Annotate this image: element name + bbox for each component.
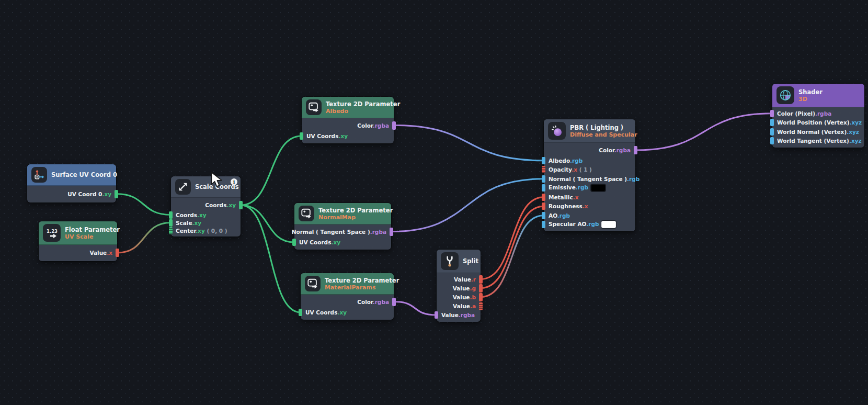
input-row: UV Coords.xy (294, 237, 391, 248)
wire[interactable] (394, 302, 437, 316)
input-port[interactable] (169, 227, 173, 234)
node-header[interactable]: Surface UV Coord 0 (27, 164, 116, 186)
port-label: Roughness.x (549, 203, 588, 209)
input-port[interactable] (542, 203, 545, 210)
wire-layer (0, 0, 868, 405)
output-port[interactable] (392, 121, 396, 130)
input-port[interactable] (542, 184, 545, 192)
node-title: Surface UV Coord 0 (51, 171, 112, 178)
port-label: Value.r (454, 276, 476, 283)
input-port[interactable] (770, 128, 774, 136)
input-port[interactable] (542, 194, 545, 201)
wire[interactable] (481, 216, 544, 297)
input-port[interactable] (770, 137, 774, 144)
node-surface-uv-coord-0[interactable]: Surface UV Coord 0 UV Coord 0.xy (27, 164, 116, 203)
input-port[interactable] (542, 166, 545, 173)
output-row: Color.rgba (302, 120, 394, 131)
input-port[interactable] (169, 211, 173, 219)
port-label: Specular AO.rgb (549, 221, 616, 228)
port-label: World Tangent (Vertex).xyz (777, 138, 862, 144)
node-float-parameter[interactable]: 1.23 Float Parameter UV Scale Value.x (39, 221, 117, 261)
input-row: Coords.xy (171, 211, 241, 219)
color-swatch[interactable] (591, 184, 606, 192)
output-port[interactable] (392, 298, 396, 306)
output-port[interactable] (390, 228, 393, 236)
wire[interactable] (241, 136, 302, 205)
output-port[interactable] (634, 146, 637, 154)
input-port[interactable] (542, 212, 545, 219)
input-row: World Normal (Vertex).xyz (772, 127, 864, 137)
output-port[interactable] (479, 275, 483, 284)
texture-image-icon (306, 99, 322, 115)
node-split[interactable]: Split Value.r Value.g Value.b Value.a (437, 250, 481, 322)
input-port[interactable] (300, 132, 303, 140)
wire[interactable] (118, 223, 171, 253)
input-port[interactable] (770, 110, 774, 117)
node-scale-coords[interactable]: Scale Coords i Coords.xy Coords.xy Scale… (171, 176, 241, 237)
node-shader-3d[interactable]: Shader 3D Color (Pixel).rgba World Posit… (772, 84, 864, 148)
mouse-cursor (210, 172, 225, 190)
node-subtitle: 3D (798, 96, 823, 103)
input-port[interactable] (292, 239, 296, 246)
port-label: Normal ( Tangent Space ).rgb (549, 176, 639, 182)
node-header[interactable]: PBR ( Lighting ) Diffuse and Specular (544, 119, 635, 143)
wire[interactable] (481, 206, 544, 288)
output-port[interactable] (116, 249, 119, 257)
input-port[interactable] (435, 311, 438, 319)
input-port[interactable] (770, 119, 774, 126)
node-subtitle: UV Scale (65, 233, 113, 240)
texture-image-icon (299, 206, 314, 221)
input-row: Value.rgba (437, 310, 481, 320)
input-row: Scale.xy (171, 219, 241, 227)
port-label: World Normal (Vertex).xyz (777, 129, 859, 135)
node-pbr-lighting[interactable]: PBR ( Lighting ) Diffuse and Specular Co… (544, 119, 635, 231)
wire[interactable] (481, 197, 544, 279)
output-port[interactable] (479, 284, 483, 292)
node-texture-materialparams[interactable]: Texture 2D Parameter MaterialParams Colo… (301, 273, 394, 320)
wire[interactable] (241, 205, 301, 312)
node-title: Texture 2D Parameter (326, 100, 390, 108)
input-port[interactable] (542, 157, 545, 164)
node-header[interactable]: 1.23 Float Parameter UV Scale (39, 221, 117, 245)
port-label: Value.x (89, 250, 112, 256)
node-texture-normalmap[interactable]: Texture 2D Parameter NormalMap Normal ( … (294, 203, 391, 250)
color-swatch[interactable] (601, 221, 616, 228)
output-port[interactable] (479, 293, 483, 301)
lit-sphere-icon (548, 122, 566, 140)
input-port[interactable] (169, 219, 173, 227)
icon-number-text: 1.23 (47, 229, 58, 234)
node-title: Float Parameter (65, 226, 113, 233)
node-header[interactable]: Texture 2D Parameter NormalMap (294, 203, 391, 224)
node-header[interactable]: Texture 2D Parameter Albedo (302, 97, 394, 118)
port-label: Color.rgba (357, 122, 389, 129)
node-graph-canvas[interactable]: Surface UV Coord 0 UV Coord 0.xy 1.23 Fl… (0, 0, 868, 405)
output-row: UV Coord 0.xy (27, 187, 116, 200)
output-port[interactable] (239, 201, 243, 209)
node-header[interactable]: Split (437, 250, 481, 273)
diagonal-scale-icon (175, 179, 191, 195)
wire[interactable] (392, 179, 544, 232)
output-port[interactable] (115, 190, 118, 198)
wire[interactable] (117, 194, 171, 215)
node-title: Shader (798, 88, 823, 96)
output-port[interactable] (479, 302, 483, 310)
texture-image-icon (305, 276, 321, 291)
wire[interactable] (394, 126, 544, 161)
output-row: Normal ( Tangent Space ).rgba (294, 226, 391, 237)
node-title: Texture 2D Parameter (325, 277, 390, 284)
wire[interactable] (241, 205, 294, 242)
input-port[interactable] (542, 221, 545, 228)
node-header[interactable]: Texture 2D Parameter MaterialParams (301, 273, 394, 295)
port-label: Value.rgba (441, 312, 475, 318)
node-texture-albedo[interactable]: Texture 2D Parameter Albedo Color.rgba U… (302, 97, 394, 143)
node-header[interactable]: Shader 3D (772, 84, 864, 107)
input-port[interactable] (542, 175, 545, 183)
wire[interactable] (636, 114, 772, 150)
input-port[interactable] (299, 309, 302, 316)
node-header[interactable]: Scale Coords i (171, 176, 241, 198)
info-icon[interactable]: i (231, 178, 237, 185)
port-label: UV Coords.xy (306, 133, 348, 139)
node-subtitle: MaterialParams (325, 284, 390, 291)
node-title: PBR ( Lighting ) (570, 124, 631, 131)
input-row: Emissive.rgb (544, 184, 635, 193)
